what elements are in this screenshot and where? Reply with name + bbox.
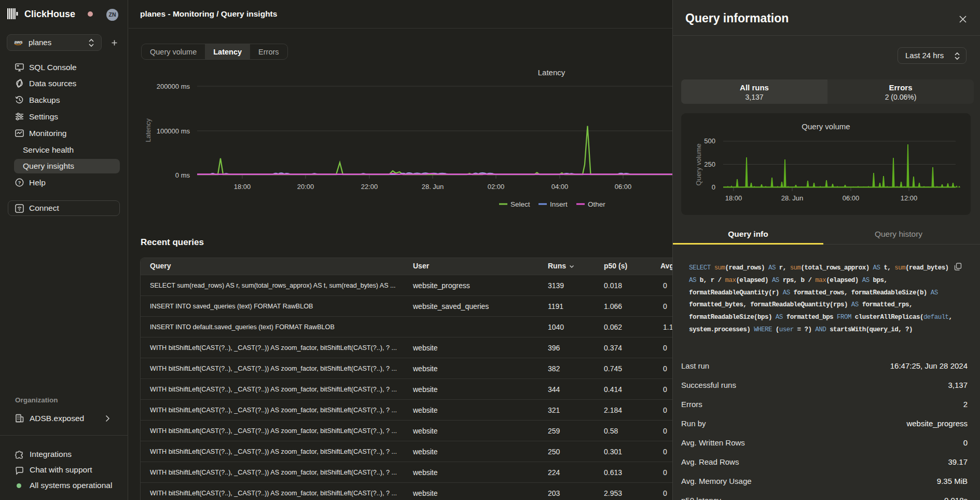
svg-text:0: 0 [712, 183, 715, 191]
svg-text:Insert: Insert [550, 200, 568, 208]
svg-text:0 ms: 0 ms [175, 171, 190, 179]
svg-text:500: 500 [704, 137, 715, 145]
svg-text:Query volume: Query volume [695, 144, 702, 186]
svg-text:06:00: 06:00 [615, 183, 632, 191]
svg-text:12:00: 12:00 [901, 194, 918, 202]
svg-text:28. Jun: 28. Jun [781, 194, 804, 202]
svg-text:?: ? [18, 180, 21, 185]
svg-text:06:00: 06:00 [843, 194, 860, 202]
svg-text:18:00: 18:00 [725, 194, 742, 202]
svg-text:Other: Other [588, 200, 605, 208]
svg-text:Latency: Latency [538, 68, 565, 77]
svg-text:04:00: 04:00 [551, 183, 569, 191]
svg-text:200000 ms: 200000 ms [157, 83, 190, 90]
svg-text:Latency: Latency [144, 118, 152, 142]
svg-text:Select: Select [510, 200, 530, 208]
svg-text:22:00: 22:00 [361, 183, 378, 191]
svg-text:Query volume: Query volume [802, 122, 850, 131]
svg-text:18:00: 18:00 [234, 183, 251, 191]
svg-text:250: 250 [704, 160, 715, 168]
svg-text:28. Jun: 28. Jun [422, 183, 444, 191]
svg-text:100000 ms: 100000 ms [157, 127, 190, 135]
svg-text:aws: aws [15, 39, 23, 45]
svg-text:02:00: 02:00 [488, 183, 505, 191]
svg-text:20:00: 20:00 [297, 183, 314, 191]
